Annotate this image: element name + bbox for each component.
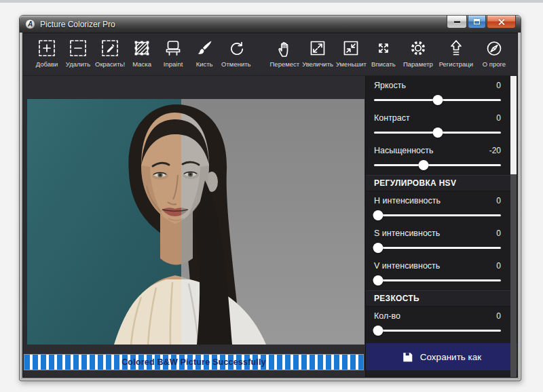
save-as-button[interactable]: Сохранить как (366, 343, 517, 370)
slider-head: Насыщенность-20 (374, 146, 501, 157)
toolbar-right: ПараметрРегистрациО проге (399, 38, 513, 68)
close-icon (498, 18, 505, 26)
zoom-out-icon (341, 38, 361, 58)
maximize-button[interactable] (468, 16, 486, 28)
tool-add-selection[interactable]: Добави (31, 38, 62, 68)
undo-icon (226, 38, 246, 58)
brush-icon (194, 38, 214, 58)
upload-icon (446, 38, 466, 58)
add-selection-icon (37, 38, 57, 58)
slider-row: V интенсивность0 (366, 256, 510, 289)
slider[interactable] (374, 92, 501, 109)
slider-thumb[interactable] (373, 243, 383, 253)
tool-fit[interactable]: Вписать (368, 38, 399, 68)
canvas-area: Colored B&W Picture Successfully (23, 76, 365, 377)
app-logo-icon: A (25, 19, 35, 29)
slider[interactable] (374, 239, 501, 256)
slider-row: Яркость0 (366, 76, 510, 109)
tool-compass[interactable]: О проге (475, 38, 513, 68)
slider-label: Яркость (374, 81, 406, 90)
tool-mask[interactable]: Маска (126, 38, 157, 68)
progress-bar: Colored B&W Picture Successfully (24, 354, 364, 370)
toolbar-left: ДобавиУдалитьОкрасить!МаскаInpaintКистьО… (31, 38, 399, 68)
tool-colorize[interactable]: Окрасить! (94, 38, 126, 68)
section-header: РЕЗКОСТЬ (366, 290, 510, 307)
panel-content: Яркость0Контраст0Насыщенность-20РЕГУЛИРО… (366, 76, 510, 343)
tool-label: Перемест (270, 60, 300, 68)
slider-head: S интенсивность0 (374, 229, 501, 239)
progress-status-text: Colored B&W Picture Successfully (24, 355, 363, 370)
tool-label: Вписать (371, 60, 396, 68)
tool-undo[interactable]: Отменить (220, 38, 252, 68)
tool-label: Маска (132, 60, 151, 68)
close-button[interactable] (487, 16, 516, 28)
section-header: РЕГУЛИРОВКА HSV (366, 175, 510, 191)
slider[interactable] (374, 207, 501, 224)
tool-label: Увеличить (302, 60, 333, 68)
tool-remove-selection[interactable]: Удалить (62, 38, 94, 68)
tool-label: Кисть (196, 60, 213, 68)
slider-label: S интенсивность (374, 229, 440, 238)
slider-track[interactable] (374, 247, 501, 249)
slider[interactable] (374, 322, 501, 339)
slider-thumb[interactable] (373, 326, 383, 336)
slider-value: 0 (496, 229, 501, 238)
slider-value: 0 (496, 113, 501, 123)
remove-selection-icon (68, 38, 88, 58)
maximize-icon (474, 19, 480, 24)
tool-brush[interactable]: Кисть (189, 38, 220, 68)
tool-zoom-in[interactable]: Увеличить (301, 38, 335, 68)
tool-label: Удалить (66, 60, 90, 68)
slider-value: 0 (496, 81, 501, 90)
app-content: ДобавиУдалитьОкрасить!МаскаInpaintКистьО… (22, 33, 518, 378)
slider[interactable] (374, 272, 501, 289)
minimize-button[interactable] (447, 16, 467, 28)
photo-canvas[interactable] (27, 99, 364, 345)
tool-label: Регистраци (439, 60, 473, 68)
window-title: Picture Colorizer Pro (40, 20, 115, 29)
desktop-top-strip (0, 0, 543, 3)
slider-head: V интенсивность0 (374, 261, 501, 272)
gear-icon (408, 38, 428, 58)
slider-value: -20 (489, 146, 501, 155)
tool-hand[interactable]: Перемест (269, 38, 301, 68)
mask-icon (132, 38, 152, 58)
slider-thumb[interactable] (432, 95, 443, 105)
panel-scrollbar[interactable] (510, 76, 517, 377)
scrollbar-thumb[interactable] (510, 76, 517, 174)
toolbar: ДобавиУдалитьОкрасить!МаскаInpaintКистьО… (23, 33, 517, 76)
slider[interactable] (374, 157, 501, 174)
slider-thumb[interactable] (418, 160, 428, 170)
app-window: A Picture Colorizer Pro ДобавиУдалитьОкр… (19, 15, 521, 381)
tool-zoom-out[interactable]: Уменьшит (335, 38, 368, 68)
slider-track[interactable] (374, 164, 501, 166)
save-as-label: Сохранить как (420, 352, 481, 362)
slider-value: 0 (496, 196, 501, 205)
slider-track[interactable] (374, 330, 501, 332)
slider-row: H интенсивность0 (366, 191, 510, 224)
tool-inpaint[interactable]: Inpaint (157, 38, 189, 68)
inpaint-icon (163, 38, 183, 58)
slider-label: Кол-во (374, 311, 400, 321)
slider-track[interactable] (374, 279, 501, 281)
slider-value: 0 (496, 261, 501, 271)
fit-icon (373, 38, 394, 58)
hand-icon (274, 38, 295, 58)
compass-icon (484, 38, 504, 58)
tool-label: Inpaint (164, 60, 183, 68)
slider-thumb[interactable] (373, 210, 383, 220)
tool-label: Добави (36, 60, 58, 68)
slider-label: Контраст (374, 113, 410, 123)
tool-gear[interactable]: Параметр (399, 38, 437, 68)
portrait-image (27, 99, 364, 345)
slider-head: Кол-во0 (374, 311, 501, 322)
slider[interactable] (374, 124, 501, 141)
slider-thumb[interactable] (373, 275, 383, 286)
slider-label: H интенсивность (374, 196, 441, 205)
slider-track[interactable] (374, 214, 501, 216)
tool-upload[interactable]: Регистраци (437, 38, 475, 68)
slider-label: V интенсивность (374, 261, 440, 271)
tool-label: Окрасить! (95, 60, 125, 68)
slider-head: Контраст0 (374, 113, 501, 124)
slider-thumb[interactable] (432, 128, 443, 138)
